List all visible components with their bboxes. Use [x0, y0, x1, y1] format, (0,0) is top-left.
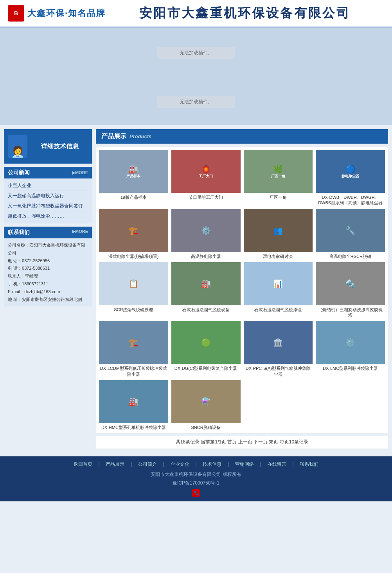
product-grid: 🏭 产品样本 19版产品样本 🏮 工厂大门 节日里的工厂大门 [96, 147, 388, 433]
product-item-3[interactable]: 🔵 静电除尘器 DX-DWB、DWBH、DWGH、DWBS型系列（高频）静电除尘… [316, 150, 385, 206]
product-item-14[interactable]: 🏛️ DX-PPC-S(A)型系列气箱脉冲袋除尘器 [244, 321, 313, 377]
footer-copyright: 安阳市大鑫重机环保设备有限公司 版权所有 [4, 470, 388, 479]
contact-phone2: 电 话：0372-5388631 [8, 265, 88, 272]
page-header: B 大鑫环保·知名品牌 安阳市大鑫重机环保设备有限公司 [0, 0, 392, 27]
product-item-5[interactable]: ⚙️ 高温静电除尘器 [171, 209, 241, 259]
footer-icp: 豫ICP备17000758号-1 [4, 479, 388, 488]
product-image-12: 🏗️ [99, 321, 168, 364]
product-label-6: 湿电专家研讨会 [244, 254, 313, 259]
footer-link-culture[interactable]: 企业文化 [171, 461, 189, 467]
contact-body: 公司名称：安阳市大鑫重机环保设备有限公司 电 话：0372-2526956 电 … [4, 238, 92, 306]
section-subtitle: Products [129, 133, 151, 139]
footer-link-products[interactable]: 产品展示 [106, 461, 124, 467]
footer-links: 返回首页 ｜ 产品展示 ｜ 公司简介 ｜ 企业文化 ｜ 技术信息 ｜ 营销网络 … [4, 460, 388, 469]
product-item-16[interactable]: 🏭 DX-HMC型系列单机脉冲袋除尘器 [99, 380, 168, 430]
contact-title: 联系我们 [8, 229, 30, 236]
banner-mid-area: 无法加载插件。 [0, 78, 392, 125]
footer-link-about[interactable]: 公司简介 [138, 461, 157, 467]
product-item-6[interactable]: 👥 湿电专家研讨会 [244, 209, 313, 259]
news-title: 公司新闻 [8, 169, 30, 176]
section-header: 产品展示 Products [96, 129, 388, 144]
product-label-8: SCR法烟气脱硝原理 [99, 307, 168, 312]
product-item-11[interactable]: 🔩 （烧结机）三相旋动洗涤高效脱硫塔 [316, 262, 385, 318]
contact-company: 公司名称：安阳市大鑫重机环保设备有限公司 [8, 241, 88, 257]
sidebar-tech-banner: 🧑‍💼 详细技术信息 [4, 129, 92, 164]
product-item-15[interactable]: ⚙️ DX-LMC型系列脉冲袋除尘器 [316, 321, 385, 377]
product-image-2: 🌿 厂区一角 [244, 150, 313, 193]
contact-email: E-mail：dxzhjhb@163.com [8, 288, 88, 296]
footer-link-message[interactable]: 在线留言 [268, 461, 286, 467]
plugin-msg-1: 无法加载插件。 [157, 47, 235, 59]
product-item-8[interactable]: 📋 SCR法烟气脱硝原理 [99, 262, 168, 318]
product-item-0[interactable]: 🏭 产品样本 19版产品样本 [99, 150, 168, 206]
product-image-9: 🏭 [171, 262, 241, 305]
footer-badge-icon: 🐾 [192, 489, 200, 497]
product-item-10[interactable]: 📊 石灰石湿法烟气脱硫原理 [244, 262, 313, 318]
logo-area: B 大鑫环保·知名品牌 [8, 5, 106, 22]
product-item-4[interactable]: 🏗️ 湿式电除尘器(脱硫塔顶置) [99, 209, 168, 259]
news-item-3[interactable]: 又一氧化锌脉冲布袋收尘器合同签订 [8, 201, 88, 211]
sidebar-tech-title: 详细技术信息 [31, 142, 88, 151]
product-label-2: 厂区一角 [244, 195, 313, 200]
pagination-bar: 共18条记录 当前第1/1页 首页 上一页 下一页 末页 每页10条记录 [96, 436, 388, 449]
product-label-13: DX-DG(C)型系列电袋复合除尘器 [171, 366, 241, 371]
product-item-13[interactable]: 🟢 DX-DG(C)型系列电袋复合除尘器 [171, 321, 241, 377]
product-image-11: 🔩 [316, 262, 385, 305]
product-image-1: 🏮 工厂大门 [171, 150, 241, 193]
product-image-4: 🏗️ [99, 209, 168, 252]
product-label-10: 石灰石湿法烟气脱硫原理 [244, 307, 313, 312]
product-label-3: DX-DWB、DWBH、DWGH、DWBS型系列（高频）静电除尘器 [316, 195, 385, 206]
product-label-15: DX-LMC型系列脉冲袋除尘器 [316, 366, 385, 371]
news-more-link[interactable]: ▶MORE [72, 170, 88, 175]
contact-more-link[interactable]: ▶MORE [72, 229, 88, 236]
sidebar: 🧑‍💼 详细技术信息 公司新闻 ▶MORE 小巨人企业 又一脱硝高温静电投入运行… [4, 129, 92, 449]
product-image-15: ⚙️ [316, 321, 385, 364]
product-label-12: DX-LCDM型系列低压长袋脉冲袋式除尘器 [99, 366, 168, 377]
news-item-2[interactable]: 又一脱硝高温静电投入运行 [8, 191, 88, 201]
logo-brand-text: 大鑫环保·知名品牌 [27, 7, 106, 19]
product-label-9: 石灰石湿法烟气脱硫设备 [171, 307, 241, 312]
footer-link-sales[interactable]: 营销网络 [235, 461, 254, 467]
news-item-4[interactable]: 超低排放，湿电除尘……… [8, 211, 88, 221]
news-item-1[interactable]: 小巨人企业 [8, 181, 88, 191]
product-label-4: 湿式电除尘器(脱硫塔顶置) [99, 254, 168, 259]
product-item-9[interactable]: 🏭 石灰石湿法烟气脱硫设备 [171, 262, 241, 318]
product-label-17: SNCR脱硝设备 [171, 425, 241, 430]
person-icon: 🧑‍💼 [8, 135, 27, 158]
page-footer: 返回首页 ｜ 产品展示 ｜ 公司简介 ｜ 企业文化 ｜ 技术信息 ｜ 营销网络 … [0, 456, 392, 501]
product-image-3: 🔵 静电除尘器 [316, 150, 385, 193]
plugin-msg-2: 无法加载插件。 [157, 96, 235, 108]
product-image-16: 🏭 [99, 380, 168, 423]
footer-link-contact[interactable]: 联系我们 [300, 461, 318, 467]
product-label-14: DX-PPC-S(A)型系列气箱脉冲袋除尘器 [244, 366, 313, 377]
product-image-14: 🏛️ [244, 321, 313, 364]
product-item-2[interactable]: 🌿 厂区一角 厂区一角 [244, 150, 313, 206]
product-label-7: 高温电除尘+SCR脱硝 [316, 254, 385, 259]
contact-mobile: 手 机：18603721311 [8, 280, 88, 288]
banner-top-area: 无法加载插件。 [0, 27, 392, 78]
product-image-5: ⚙️ [171, 209, 241, 252]
product-item-17[interactable]: ⚗️ SNCR脱硝设备 [171, 380, 241, 430]
product-item-1[interactable]: 🏮 工厂大门 节日里的工厂大门 [171, 150, 241, 206]
company-name-header: 安阳市大鑫重机环保设备有限公司 [106, 5, 384, 22]
pagination-text: 共18条记录 当前第1/1页 首页 上一页 下一页 末页 每页10条记录 [176, 439, 308, 445]
product-image-0: 🏭 产品样本 [99, 150, 168, 193]
main-wrapper: 🧑‍💼 详细技术信息 公司新闻 ▶MORE 小巨人企业 又一脱硝高温静电投入运行… [0, 125, 392, 452]
product-item-12[interactable]: 🏗️ DX-LCDM型系列低压长袋脉冲袋式除尘器 [99, 321, 168, 377]
contact-address: 地 址：安阳市殷都区安姚公路东段北侧 [8, 296, 88, 304]
footer-link-tech[interactable]: 技术信息 [203, 461, 221, 467]
news-section-header: 公司新闻 ▶MORE [4, 167, 92, 178]
logo-icon: B [8, 5, 24, 22]
sidebar-news-list: 小巨人企业 又一脱硝高温静电投入运行 又一氧化锌脉冲布袋收尘器合同签订 超低排放… [4, 178, 92, 223]
product-image-10: 📊 [244, 262, 313, 305]
footer-link-home[interactable]: 返回首页 [74, 461, 92, 467]
product-label-1: 节日里的工厂大门 [171, 195, 241, 200]
contact-section-header: 联系我们 ▶MORE [4, 227, 92, 238]
product-image-17: ⚗️ [171, 380, 241, 423]
contact-phone1: 电 话：0372-2526956 [8, 257, 88, 265]
product-image-8: 📋 [99, 262, 168, 305]
section-title: 产品展示 [101, 132, 126, 141]
product-item-7[interactable]: 🔧 高温电除尘+SCR脱硝 [316, 209, 385, 259]
main-content: 产品展示 Products 🏭 产品样本 19版产品样本 🏮 [96, 129, 388, 449]
product-image-7: 🔧 [316, 209, 385, 252]
